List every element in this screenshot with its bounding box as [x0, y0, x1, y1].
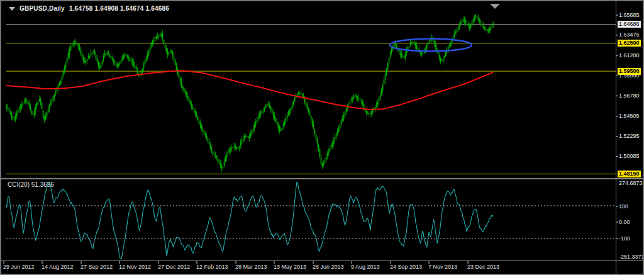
- price-label-1.54505: 1.54505: [619, 113, 640, 120]
- price-axis[interactable]: 1.656851.634751.612001.589901.567801.545…: [616, 1, 644, 261]
- chart-shift-marker-icon[interactable]: [490, 4, 500, 9]
- price-label-1.65685: 1.65685: [619, 12, 640, 19]
- cci-axis-label-100: 100: [619, 203, 628, 210]
- time-label-12: 23 Dec 2013: [467, 264, 499, 270]
- time-label-6: 28 Mar 2013: [235, 264, 267, 270]
- level-price-label-1.48150: 1.48150: [618, 171, 641, 177]
- cci-axis-label-274.6873: 274.6873: [619, 180, 643, 187]
- time-label-4: 27 Dec 2012: [158, 264, 190, 270]
- annotation-ellipse[interactable]: [390, 39, 472, 52]
- cci-axis-label--100: -100: [619, 235, 630, 242]
- price-label-1.61200: 1.61200: [619, 52, 640, 59]
- price-label-1.63475: 1.63475: [619, 31, 640, 38]
- time-label-2: 27 Sep 2012: [80, 264, 113, 270]
- time-label-9: 9 Aug 2013: [351, 264, 380, 270]
- chart-window: GBPUSD,Daily 1.64758 1.64908 1.64674 1.6…: [0, 0, 644, 275]
- time-label-10: 24 Sep 2013: [390, 264, 422, 270]
- time-label-1: 14 Aug 2012: [42, 264, 74, 270]
- cci-axis-label--251.3371: -251.3371: [619, 254, 644, 261]
- current-price-label: 1.64686: [618, 21, 641, 28]
- ohlc-values: 1.64758 1.64908 1.64674 1.64686: [69, 5, 169, 12]
- time-label-11: 7 Nov 2013: [428, 264, 457, 270]
- time-label-3: 12 Nov 2012: [119, 264, 151, 270]
- price-label-1.52295: 1.52295: [619, 133, 640, 140]
- time-label-8: 26 Jun 2013: [313, 264, 344, 270]
- price-label-1.56780: 1.56780: [619, 93, 640, 99]
- cci-indicator-label: CCI(20) 51.3656: [8, 181, 54, 188]
- chart-title-overlay: GBPUSD,Daily 1.64758 1.64908 1.64674 1.6…: [9, 5, 169, 12]
- candlestick-series: [6, 14, 494, 172]
- time-label-5: 12 Feb 2013: [196, 264, 228, 270]
- moving-average-line[interactable]: [6, 70, 493, 109]
- chart-title: GBPUSD,Daily: [19, 5, 65, 12]
- level-price-label-1.62590: 1.62590: [618, 40, 641, 47]
- symbol-menu-triangle-icon[interactable]: [9, 7, 15, 11]
- time-label-0: 29 Jun 2012: [3, 264, 35, 270]
- panel-separator[interactable]: [1, 178, 644, 179]
- time-label-7: 13 May 2013: [274, 264, 306, 270]
- cci-line: [6, 182, 493, 259]
- cci-axis-label-0.00: 0.00: [619, 219, 630, 226]
- main-chart-canvas[interactable]: [1, 1, 644, 275]
- time-axis-separator: [1, 260, 644, 261]
- price-label-1.50085: 1.50085: [619, 153, 640, 160]
- level-price-label-1.59500: 1.59500: [618, 68, 641, 75]
- time-axis[interactable]: 29 Jun 201214 Aug 201227 Sep 201212 Nov …: [1, 261, 616, 275]
